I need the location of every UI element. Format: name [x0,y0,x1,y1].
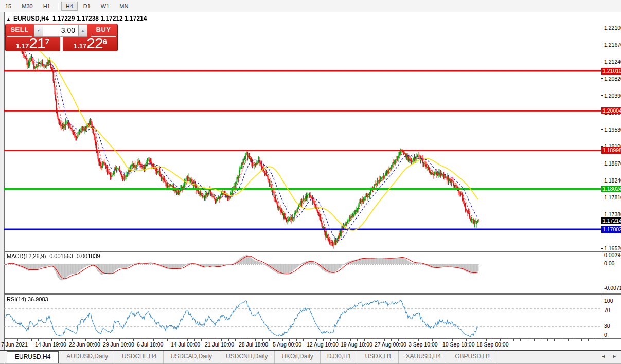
price-axis-label: 1.21240 [604,59,621,65]
chart-symbol-period: EURUSD,H4 [13,15,49,22]
rsi-indicator-label: RSI(14) 36.9083 [7,296,48,302]
separator-macd-rsi [4,293,621,294]
tab-usdcnh-daily[interactable]: USDCNH,Daily [219,351,275,363]
time-axis-label: 6 Jul 18:00 [137,341,163,348]
price-axis-tick [601,180,603,180]
time-axis-label: 3 Sep 10:00 [409,341,438,348]
time-axis: 7 Jun 202114 Jun 19:0022 Jun 00:0029 Jun… [0,339,621,350]
rsi-canvas[interactable] [4,295,601,338]
rsi-axis-label: 30 [604,323,610,329]
time-axis-label: 22 Jun 00:00 [69,341,100,348]
time-axis-label: 19 Aug 18:00 [341,341,372,348]
volume-input[interactable] [43,24,78,37]
price-axis-tick [601,146,603,147]
time-axis-label: 14 Jun 19:00 [35,341,66,348]
sell-price-prefix: 1.17 [16,42,29,50]
mt4-terminal-window: 15M30H1H4D1W1MN ▲EURUSD,H4 1.17229 1.172… [0,0,621,364]
tab-ukoil-daily[interactable]: UKOil,Daily [275,351,320,363]
price-axis-tick [601,45,603,45]
separator-rsi-top [4,294,621,295]
price-axis-tick [601,129,603,130]
price-axis-label: 1.17810 [604,194,621,201]
timeframe-button-W1[interactable]: W1 [96,2,114,11]
buy-price: 1.17226 [63,37,117,50]
time-axis-label: 12 Aug 10:00 [307,341,339,348]
time-axis-ticks [4,339,601,341]
time-axis-label: 28 Jul 18:00 [239,341,268,348]
buy-price-big: 22 [86,34,102,51]
tab-audusd-daily[interactable]: AUDUSD,Daily [60,351,115,363]
sell-price: 1.17217 [6,37,60,50]
price-axis-tick [601,214,603,214]
chart-title: ▲EURUSD,H4 1.17229 1.17238 1.17212 1.172… [6,15,147,22]
timeframe-toolbar: 15M30H1H4D1W1MN [0,0,621,12]
rsi-axis-label: 70 [604,307,610,313]
macd-axis-label: -0.00715 [604,285,621,291]
buy-price-pip: 6 [103,37,107,46]
timeframe-button-MN[interactable]: MN [115,2,133,11]
volume-stepper: ▼ ▲ [34,24,87,37]
time-axis-label: 27 Aug 00:00 [375,341,406,348]
price-axis-tick [601,197,603,197]
volume-increase-icon[interactable]: ▲ [78,24,87,37]
price-line-label: 1.17002 [601,226,621,233]
price-axis-tick [601,163,603,163]
price-axis-label: 1.18240 [604,177,621,184]
tab-usdchf-h4[interactable]: USDCHF,H4 [115,351,164,363]
time-axis-label: 7 Jun 2021 [1,341,28,348]
price-line-label: 1.20004 [601,107,621,114]
price-line-label: 1.21010 [601,68,621,75]
price-axis-label: 1.21670 [604,42,621,48]
price-line-label: 1.18998 [601,147,621,154]
sell-price-pip: 7 [45,37,49,46]
timeframe-button-H4[interactable]: H4 [61,2,78,11]
price-axis-label: 1.20390 [604,93,621,99]
price-axis-tick [601,95,603,96]
separator-macd-top [4,251,621,252]
price-axis-tick [601,62,603,62]
collapse-triangle-icon[interactable]: ▲ [6,16,11,22]
price-axis-tick [601,248,603,249]
price-axis-tick [601,78,603,79]
time-axis-label: 10 Sep 18:00 [442,341,474,348]
time-axis-label: 21 Jul 10:00 [205,341,234,348]
tab-scroll-right-icon[interactable]: ► [612,354,617,359]
timeframe-button-M30[interactable]: M30 [17,2,37,11]
tab-scroll-left-icon[interactable]: ◄ [601,354,606,359]
window-frame-top [0,12,621,12]
timeframe-button-H1[interactable]: H1 [39,2,55,11]
chart-tab-bar: EURUSD,H4AUDUSD,DailyUSDCHF,H4USDCAD,Dai… [0,351,621,364]
price-axis-label: 1.17380 [604,211,621,217]
price-axis-label: 1.20820 [604,76,621,82]
rsi-axis-label: 0 [604,332,607,338]
buy-price-prefix: 1.17 [74,42,86,50]
time-axis-label: 29 Jun 10:00 [103,341,134,348]
toolbar-separator [58,2,59,10]
buy-button[interactable]: BUY [90,26,117,33]
sell-price-big: 21 [29,34,45,51]
price-axis-tick [601,28,603,28]
macd-axis-label: 0.00 [604,260,614,266]
tab-usdcad-daily[interactable]: USDCAD,Daily [164,351,219,363]
macd-axis-label: 0.002947 [604,252,621,258]
price-line-label: 1.18024 [601,186,621,192]
tab-usdx-h1[interactable]: USDX,H1 [358,351,399,363]
tab-eurusd-h4[interactable]: EURUSD,H4 [7,351,59,363]
macd-indicator-label: MACD(12,26,9) -0.001563 -0.001839 [7,253,100,259]
current-price-label: 1.17214 [601,217,621,224]
one-click-trade-panel: SELL 1.17217 BUY 1.17226 ▼ ▲ [5,24,118,51]
separator-main-macd [4,250,621,250]
time-axis-label: 5 Aug 00:00 [273,341,301,348]
time-axis-label: 18 Sep 00:00 [476,341,508,348]
tab-dj30-h1[interactable]: DJ30,H1 [321,351,359,363]
timeframe-button-15[interactable]: 15 [1,2,16,11]
volume-decrease-icon[interactable]: ▼ [34,24,43,37]
chart-ohlc-values: 1.17229 1.17238 1.17212 1.17214 [52,15,147,22]
timeframe-button-D1[interactable]: D1 [79,2,95,11]
tab-xauusd-h4[interactable]: XAUUSD,H4 [399,351,448,363]
sell-button[interactable]: SELL [6,26,33,33]
price-axis-label: 1.22100 [604,25,621,31]
price-axis-label: 1.19530 [604,126,621,133]
tab-gbpusd-h1[interactable]: GBPUSD,H1 [448,351,498,363]
rsi-axis-label: 100 [604,298,613,304]
